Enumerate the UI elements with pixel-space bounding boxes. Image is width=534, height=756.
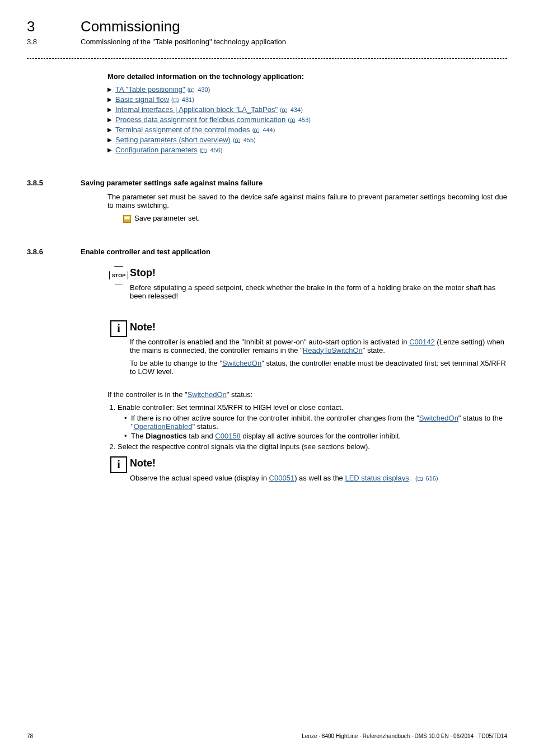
info-icon: i <box>110 320 127 337</box>
list-item: ▶Terminal assignment of the control mode… <box>107 125 507 134</box>
triangle-icon: ▶ <box>107 86 112 92</box>
procedure-list: Enable controller: Set terminal X5/RFR t… <box>118 403 507 451</box>
intro-heading: More detailed information on the technol… <box>107 72 507 81</box>
book-icon: 🕮 <box>235 137 241 143</box>
list-item: ▶Configuration parameters(🕮 456) <box>107 146 507 154</box>
lead-paragraph: If the controller is in the "SwitchedOn"… <box>107 390 507 399</box>
page-ref[interactable]: (🕮 431) <box>171 96 194 103</box>
xref-link[interactable]: Basic signal flow <box>115 95 169 104</box>
triangle-icon: ▶ <box>107 137 112 143</box>
section-title: Enable controller and test application <box>81 248 210 256</box>
book-icon: 🕮 <box>418 475 423 482</box>
section-title: Saving parameter settings safe against m… <box>81 179 263 187</box>
save-icon <box>123 215 131 223</box>
triangle-icon: ▶ <box>107 116 112 123</box>
xref-link[interactable]: Setting parameters (short overview) <box>115 136 231 144</box>
xref-link[interactable]: Process data assignment for fieldbus com… <box>115 115 285 124</box>
book-icon: 🕮 <box>290 117 296 123</box>
subsection-number: 3.8 <box>27 38 81 46</box>
book-icon: 🕮 <box>202 147 207 153</box>
save-instruction: Save parameter set. <box>123 214 507 223</box>
intro-link-list: ▶TA "Table positioning"(🕮 430) ▶Basic si… <box>107 85 507 154</box>
page-ref[interactable]: (🕮 444) <box>252 127 275 133</box>
xref-link[interactable]: Configuration parameters <box>115 146 198 154</box>
chapter-title: Commissioning <box>81 18 180 35</box>
page-ref[interactable]: (🕮 430) <box>188 86 210 93</box>
note-callout: i Note! Observe the actual speed value (… <box>107 456 507 487</box>
xref-link[interactable]: LED status displays <box>345 474 409 482</box>
section-number: 3.8.6 <box>27 248 81 256</box>
triangle-icon: ▶ <box>107 106 112 113</box>
triangle-icon: ▶ <box>107 127 112 133</box>
state-link[interactable]: SwitchedOn <box>222 359 261 367</box>
xref-link[interactable]: Internal interfaces | Application block … <box>115 105 278 114</box>
list-item: The Diagnostics tab and C00158 display a… <box>124 432 507 440</box>
list-item: ▶Basic signal flow(🕮 431) <box>107 95 507 104</box>
state-link[interactable]: OperationEnabled <box>134 422 193 431</box>
book-icon: 🕮 <box>282 107 288 113</box>
param-link[interactable]: C00158 <box>215 432 241 440</box>
list-item: ▶Internal interfaces | Application block… <box>107 105 507 114</box>
page-footer: 78 Lenze · 8400 HighLine · Referenzhandb… <box>27 733 507 739</box>
subsection-title: Commissioning of the "Table positioning"… <box>81 38 286 46</box>
stop-icon: STOP <box>109 266 128 285</box>
page-ref[interactable]: (🕮 456) <box>200 147 223 153</box>
page-ref[interactable]: (🕮 434) <box>280 106 303 113</box>
note-text: If the controller is enabled and the "In… <box>130 338 507 354</box>
page-number: 78 <box>27 733 33 739</box>
page-ref[interactable]: (🕮 453) <box>288 116 311 123</box>
page-ref[interactable]: (🕮 455) <box>233 137 256 143</box>
xref-link[interactable]: Terminal assignment of the control modes <box>115 125 250 134</box>
list-item: ▶TA "Table positioning"(🕮 430) <box>107 85 507 94</box>
section-number: 3.8.5 <box>27 179 81 187</box>
list-item: Select the respective control signals vi… <box>118 442 507 451</box>
state-link[interactable]: SwitchedOn <box>188 390 227 399</box>
page-ref[interactable]: (🕮 616) <box>415 475 438 482</box>
book-icon: 🕮 <box>174 97 179 103</box>
diagnostics-label: Diagnostics <box>146 432 187 440</box>
book-icon: 🕮 <box>254 127 260 133</box>
xref-link[interactable]: TA "Table positioning" <box>115 85 185 94</box>
note-text: To be able to change to the "SwitchedOn"… <box>130 359 507 376</box>
triangle-icon: ▶ <box>107 147 112 153</box>
footer-info: Lenze · 8400 HighLine · Referenzhandbuch… <box>302 733 507 739</box>
param-link[interactable]: C00142 <box>409 338 435 346</box>
param-link[interactable]: C00051 <box>269 474 295 482</box>
chapter-number: 3 <box>27 18 81 35</box>
state-link[interactable]: SwitchedOn <box>419 414 458 422</box>
note-title: Note! <box>130 321 507 333</box>
note-text: Observe the actual speed value (display … <box>130 474 507 482</box>
list-item: If there is no other active source for t… <box>124 414 507 431</box>
info-icon: i <box>110 456 127 473</box>
note-title: Note! <box>130 458 507 469</box>
stop-title: Stop! <box>130 267 507 279</box>
book-icon: 🕮 <box>189 87 195 93</box>
stop-text: Before stipulating a speed setpoint, che… <box>130 283 507 300</box>
triangle-icon: ▶ <box>107 96 112 102</box>
note-callout: i Note! If the controller is enabled and… <box>107 320 507 380</box>
list-item: ▶Setting parameters (short overview)(🕮 4… <box>107 136 507 144</box>
list-item: ▶Process data assignment for fieldbus co… <box>107 115 507 124</box>
state-link[interactable]: ReadyToSwitchOn <box>303 346 363 354</box>
stop-callout: STOP Stop! Before stipulating a speed se… <box>107 266 507 305</box>
section-paragraph: The parameter set must be saved to the d… <box>107 193 507 209</box>
divider <box>27 58 507 59</box>
list-item: Enable controller: Set terminal X5/RFR t… <box>118 403 507 440</box>
